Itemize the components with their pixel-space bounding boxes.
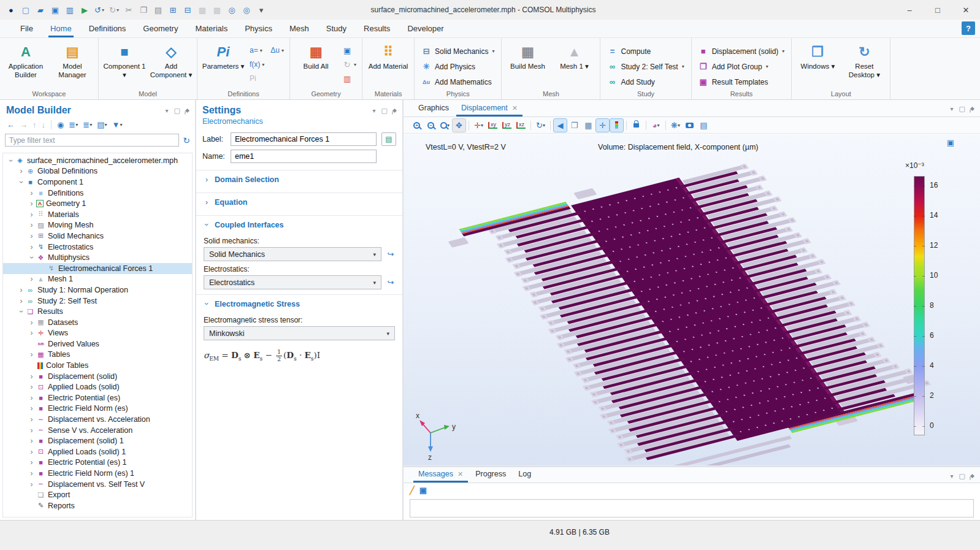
zoom-out-icon[interactable]: − xyxy=(424,119,437,132)
appearance-icon[interactable]: ◕▾ xyxy=(649,119,662,132)
go-back-icon[interactable]: ← xyxy=(5,120,17,129)
collapse-all-icon[interactable]: ≣▾ xyxy=(67,120,80,129)
zoom-in-icon[interactable]: + xyxy=(410,119,423,132)
move-up-icon[interactable]: ↑ xyxy=(31,120,39,129)
view-xy-icon[interactable]: xy xyxy=(486,119,499,132)
result-templates-button[interactable]: ▣Result Templates xyxy=(695,75,788,89)
chevron-right-icon[interactable]: › xyxy=(28,275,36,283)
tree-item[interactable]: ›■Electric Field Norm (es) 1 xyxy=(3,468,192,479)
component-1-button[interactable]: ■Component 1 ▾ xyxy=(102,40,147,80)
menu-definitions[interactable]: Definitions xyxy=(82,21,133,36)
undo-button[interactable]: ↺▾ xyxy=(93,3,105,17)
tree-item[interactable]: Color Tables xyxy=(3,360,192,371)
panel-menu-icon[interactable]: ▾ xyxy=(373,107,376,114)
label-field[interactable] xyxy=(231,132,377,146)
go-to-source-icon[interactable]: ↪ xyxy=(385,278,396,287)
lock-view-icon[interactable] xyxy=(630,119,643,132)
tree-item[interactable]: ›■Component 1 xyxy=(3,177,192,188)
tab-displacement[interactable]: Displacement✕ xyxy=(455,100,524,116)
graphics-viewport[interactable]: VtestL=0 V, VtestR=2 V Volume: Displacem… xyxy=(404,134,980,465)
chevron-down-icon[interactable]: › xyxy=(17,178,26,186)
tree-item[interactable]: ›⊞Solid Mechanics xyxy=(3,231,192,242)
electrostatics-select[interactable]: Electrostatics ▾ xyxy=(204,275,381,289)
panel-float-icon[interactable]: ▢ xyxy=(959,472,965,480)
copy-text-icon[interactable]: ▣ xyxy=(419,486,427,495)
menu-geometry[interactable]: Geometry xyxy=(136,21,185,36)
tree-item[interactable]: ›⊡Applied Loads (solid) xyxy=(3,381,192,392)
section-electromagnetic-stress[interactable]: › Electromagnetic Stress xyxy=(196,294,402,312)
chevron-right-icon[interactable]: › xyxy=(28,448,36,456)
tree-item[interactable]: ›❖Multiphysics xyxy=(3,252,192,263)
find-in-model-button[interactable]: ◎ xyxy=(240,3,253,17)
parts-button[interactable]: ▥ xyxy=(340,72,358,85)
expand-all-icon[interactable]: ≣▾ xyxy=(81,120,94,129)
add-study-button[interactable]: ∞Add Study xyxy=(604,75,687,89)
menu-home[interactable]: Home xyxy=(44,21,78,36)
tree-item[interactable]: ›■Electric Field Norm (es) xyxy=(3,403,192,414)
chevron-down-icon[interactable]: › xyxy=(17,308,26,316)
tab-log[interactable]: Log xyxy=(512,466,537,483)
panel-menu-icon[interactable]: ▾ xyxy=(951,473,954,479)
paste-button[interactable]: ▤ xyxy=(152,3,164,17)
plot-properties-icon[interactable]: ▣ xyxy=(947,138,954,147)
add-component-button[interactable]: ◇Add Component ▾ xyxy=(149,40,193,80)
open-button[interactable]: ▰ xyxy=(34,3,47,17)
chevron-right-icon[interactable]: › xyxy=(28,458,36,467)
tree-item[interactable]: ›⊡Applied Loads (solid) 1 xyxy=(3,446,192,457)
print-icon[interactable]: ▤ xyxy=(697,119,710,132)
solid-mechanics-select[interactable]: Solid Mechanics ▾ xyxy=(204,247,381,261)
chevron-right-icon[interactable]: › xyxy=(28,221,36,229)
name-field[interactable] xyxy=(231,150,377,163)
show-grid-icon[interactable]: ▦ xyxy=(582,119,595,132)
go-to-source-icon[interactable]: ↪ xyxy=(385,250,396,259)
chevron-right-icon[interactable]: › xyxy=(28,394,36,402)
parameters-button[interactable]: PiParameters ▾ xyxy=(201,40,245,71)
tree-item[interactable]: ›▦Tables xyxy=(3,349,192,361)
find-button[interactable]: ◎ xyxy=(226,3,238,17)
chevron-right-icon[interactable]: › xyxy=(28,415,36,424)
tree-item[interactable]: 8.85Derived Values xyxy=(3,338,192,349)
redo-button[interactable]: ↻▾ xyxy=(108,3,120,17)
chevron-right-icon[interactable]: › xyxy=(28,372,36,381)
panel-float-icon[interactable]: ▢ xyxy=(174,107,180,115)
reset-desktop-button[interactable]: ↻Reset Desktop ▾ xyxy=(842,40,886,80)
chevron-right-icon[interactable]: › xyxy=(28,243,36,251)
menu-developer[interactable]: Developer xyxy=(400,21,450,36)
environment-icon[interactable]: ❐ xyxy=(568,119,581,132)
tree-item[interactable]: ›▦Datasets xyxy=(3,317,192,328)
tree-item[interactable]: ›∞Study 2: Self Test xyxy=(3,296,192,307)
chevron-right-icon[interactable]: › xyxy=(28,318,36,327)
model-manager-button[interactable]: ▤Model Manager xyxy=(50,40,94,80)
close-tab-icon[interactable]: ✕ xyxy=(512,104,518,112)
tree-item[interactable]: ›■Displacement (solid) 1 xyxy=(3,435,192,446)
tree-item[interactable]: ›■Displacement (solid) xyxy=(3,371,192,382)
menu-results[interactable]: Results xyxy=(357,21,397,36)
scene-light-icon[interactable]: ◀ xyxy=(554,119,567,132)
tree-item[interactable]: ›∼Displacement vs. Self Test V xyxy=(3,479,192,490)
panel-pin-icon[interactable] xyxy=(392,108,397,112)
add-material-button[interactable]: ⠿Add Material xyxy=(366,40,410,71)
add-mathematics-button[interactable]: ΔuAdd Mathematics xyxy=(418,75,497,89)
view-xz-icon[interactable]: xz xyxy=(515,119,527,132)
chevron-right-icon[interactable]: › xyxy=(28,210,36,219)
panel-float-icon[interactable]: ▢ xyxy=(381,107,388,115)
delete-button[interactable]: ⊟ xyxy=(182,3,194,17)
cut-button[interactable]: ✂ xyxy=(123,3,135,17)
show-icon[interactable]: ◉ xyxy=(55,120,66,129)
panel-menu-icon[interactable]: ▾ xyxy=(166,107,169,114)
rename-icon[interactable]: ▤ xyxy=(381,132,396,146)
qat-more-button[interactable]: ▾ xyxy=(255,3,267,17)
chevron-right-icon[interactable]: › xyxy=(28,480,36,489)
show-axis-icon[interactable]: ✛ xyxy=(596,119,609,132)
tree-item[interactable]: ›∞Study 1: Normal Operation xyxy=(3,285,192,296)
refresh-icon[interactable]: ↻ xyxy=(183,136,190,145)
solid-mechanics-select-button[interactable]: ⊟Solid Mechanics▾ xyxy=(418,44,497,58)
add-plot-group-button[interactable]: ❐Add Plot Group▾ xyxy=(695,59,788,74)
minimize-button[interactable]: – xyxy=(895,0,924,20)
chevron-right-icon[interactable]: › xyxy=(28,469,36,478)
menu-study[interactable]: Study xyxy=(320,21,353,36)
chevron-right-icon[interactable]: › xyxy=(17,286,25,294)
variables-button[interactable]: a=▾ xyxy=(248,44,266,56)
menu-mesh[interactable]: Mesh xyxy=(283,21,316,36)
copy-button[interactable]: ❐ xyxy=(137,3,150,17)
